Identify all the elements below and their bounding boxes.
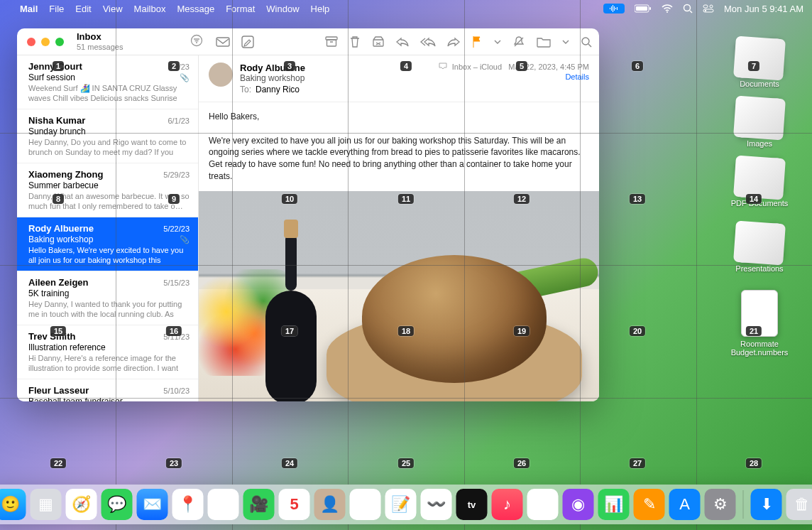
attachment-icon: 📎 [180, 235, 190, 244]
reading-mailbox: Inbox – iCloud [452, 63, 502, 71]
junk-button[interactable] [372, 36, 385, 48]
details-link[interactable]: Details [439, 72, 589, 81]
grid-number-28: 28 [746, 458, 762, 468]
attachment-icon: 📎 [180, 73, 190, 82]
inbox-icon [439, 63, 449, 71]
compose-button[interactable] [241, 36, 254, 48]
menu-help[interactable]: Help [311, 4, 330, 14]
inline-attachment-image[interactable] [199, 191, 599, 401]
delete-button[interactable] [349, 36, 361, 48]
filter-icon[interactable] [190, 34, 203, 50]
desktop-file-numbers[interactable]: Roommate Budget.numbers [724, 290, 795, 357]
window-close[interactable] [27, 38, 35, 46]
message-row[interactable]: Rody Albuerne5/22/23Baking workshop📎Hell… [17, 217, 198, 271]
grid-number-20: 20 [630, 326, 645, 336]
dock-facetime[interactable]: 🎥 [243, 489, 275, 520]
mail-window: Inbox 51 messages Jenny Court6/2/23Surf … [17, 28, 599, 401]
move-menu-chevron-icon[interactable] [562, 39, 569, 45]
dock-settings[interactable]: ⚙︎ [705, 489, 736, 520]
grid-number-23: 23 [166, 458, 182, 468]
dock-mail[interactable]: ✉️ [137, 489, 168, 520]
dock-trash[interactable]: 🗑 [786, 489, 813, 520]
desktop-stack-images[interactable]: Images [724, 99, 795, 148]
dock-messages[interactable]: 💬 [102, 489, 133, 520]
spotlight-icon[interactable] [683, 4, 693, 13]
desktop-stack-documents[interactable]: Documents [724, 40, 795, 88]
dock-numbers[interactable]: 📊 [598, 489, 630, 520]
menubar: Mail File Edit View Mailbox Message Form… [0, 0, 812, 17]
flag-button[interactable] [471, 36, 483, 48]
dock-maps[interactable]: 📍 [172, 489, 204, 520]
mail-titlebar: Inbox 51 messages [17, 28, 599, 55]
message-list[interactable]: Jenny Court6/2/23Surf session📎Weekend Su… [17, 55, 199, 401]
menubar-clock[interactable]: Mon Jun 5 9:41 AM [724, 4, 803, 14]
svg-rect-2 [649, 7, 651, 10]
grid-number-22: 22 [50, 458, 66, 468]
svg-point-18 [582, 38, 589, 45]
dock-photos[interactable]: ❀ [208, 489, 239, 520]
dock-news[interactable]: N [527, 489, 559, 520]
body-greeting: Hello Bakers, [209, 111, 589, 123]
search-button[interactable] [581, 36, 592, 48]
grid-number-26: 26 [514, 458, 530, 468]
reading-date: May 22, 2023, 4:45 PM [508, 63, 589, 71]
svg-point-3 [666, 11, 668, 13]
reading-subject: Baking workshop [240, 73, 432, 83]
dock-finder[interactable]: 🙂 [0, 489, 26, 520]
menu-view[interactable]: View [103, 4, 123, 14]
dock-reminders[interactable]: ≣ [350, 489, 381, 520]
message-row[interactable]: Nisha Kumar6/1/23Sunday brunchHey Danny,… [17, 109, 198, 163]
dock-calendar[interactable]: 5 [279, 489, 310, 520]
move-button[interactable] [537, 36, 551, 48]
message-row[interactable]: Jenny Court6/2/23Surf session📎Weekend Su… [17, 55, 198, 109]
menu-edit[interactable]: Edit [75, 4, 91, 14]
menu-message[interactable]: Message [177, 4, 214, 14]
mute-button[interactable] [512, 36, 525, 48]
battery-icon[interactable] [635, 4, 652, 13]
dock: 🙂▦🧭💬✉️📍❀🎥5👤≣📝〰️tv♪N◉📊✎A⚙︎⬇︎🗑 [0, 485, 812, 524]
reply-all-button[interactable] [420, 37, 436, 47]
svg-point-7 [710, 5, 713, 8]
message-row[interactable]: Aileen Zeigen5/15/235K trainingHey Danny… [17, 271, 198, 325]
message-row[interactable]: Xiaomeng Zhong5/29/23Summer barbecueDann… [17, 163, 198, 217]
dock-pages[interactable]: ✎ [634, 489, 665, 520]
dock-launchpad[interactable]: ▦ [31, 489, 62, 520]
dock-notes[interactable]: 📝 [385, 489, 417, 520]
menubar-app[interactable]: Mail [20, 4, 38, 14]
voice-control-icon[interactable] [603, 4, 625, 13]
dock-downloads[interactable]: ⬇︎ [751, 489, 782, 520]
dock-freeform[interactable]: 〰️ [421, 489, 452, 520]
archive-button[interactable] [325, 36, 338, 48]
svg-rect-14 [327, 40, 336, 46]
svg-rect-16 [373, 40, 383, 46]
dock-safari[interactable]: 🧭 [66, 489, 97, 520]
window-minimize[interactable] [41, 38, 50, 46]
svg-line-19 [588, 44, 591, 47]
dock-appstore[interactable]: A [669, 489, 701, 520]
dock-tv[interactable]: tv [456, 489, 488, 520]
message-row[interactable]: Trev Smith5/11/23Illustration referenceH… [17, 325, 198, 379]
menu-format[interactable]: Format [226, 4, 255, 14]
message-row[interactable]: Fleur Lasseur5/10/23Baseball team fundra… [17, 379, 198, 401]
flag-menu-chevron-icon[interactable] [494, 39, 501, 45]
control-center-icon[interactable] [703, 4, 714, 13]
menu-file[interactable]: File [49, 4, 64, 14]
mailbox-subtitle: 51 messages [77, 43, 123, 51]
mailbox-title: Inbox [77, 32, 123, 42]
get-mail-button[interactable] [216, 36, 230, 48]
reading-recipient: Danny Rico [256, 85, 300, 94]
menu-window[interactable]: Window [266, 4, 299, 14]
svg-rect-1 [636, 6, 647, 11]
reply-button[interactable] [396, 37, 409, 47]
window-zoom[interactable] [55, 38, 64, 46]
desktop-stack-pdf[interactable]: PDF Documents [724, 159, 795, 207]
forward-button[interactable] [447, 37, 460, 47]
dock-music[interactable]: ♪ [492, 489, 523, 520]
dock-podcasts[interactable]: ◉ [563, 489, 594, 520]
desktop-stack-presentations[interactable]: Presentations [724, 225, 795, 273]
menu-mailbox[interactable]: Mailbox [134, 4, 166, 14]
sender-avatar[interactable] [209, 63, 233, 87]
grid-number-6: 6 [632, 61, 643, 71]
dock-contacts[interactable]: 👤 [314, 489, 346, 520]
wifi-icon[interactable] [662, 4, 673, 13]
